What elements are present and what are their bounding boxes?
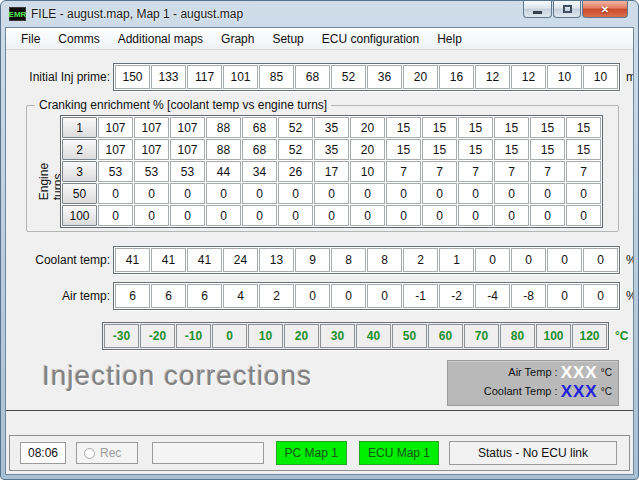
map-cell[interactable]: 15 [458, 117, 493, 138]
map-cell[interactable]: 12 [511, 65, 546, 89]
map-cell[interactable]: 0 [583, 248, 618, 272]
map-cell[interactable]: 0 [494, 205, 529, 226]
map-cell[interactable]: 133 [151, 65, 186, 89]
map-cell[interactable]: 0 [511, 248, 546, 272]
map-cell[interactable]: 53 [98, 161, 133, 182]
map-cell[interactable]: 2 [403, 248, 438, 272]
map-cell[interactable]: 9 [295, 248, 330, 272]
map-cell[interactable]: 101 [223, 65, 258, 89]
map-cell[interactable]: 88 [206, 139, 241, 160]
map-cell[interactable]: 15 [386, 117, 421, 138]
map-cell[interactable]: 85 [259, 65, 294, 89]
map-cell[interactable]: 0 [530, 183, 565, 204]
menu-item[interactable]: Help [428, 29, 471, 49]
map-cell[interactable]: 7 [494, 161, 529, 182]
map-cell[interactable]: 2 [259, 284, 294, 308]
map-cell[interactable]: 41 [187, 248, 222, 272]
close-button[interactable]: ✕ [582, 1, 628, 18]
map-cell[interactable]: 20 [350, 117, 385, 138]
row-header-2[interactable]: 2 [62, 139, 97, 160]
map-cell[interactable]: 7 [386, 161, 421, 182]
maximize-button[interactable] [553, 1, 581, 18]
map-cell[interactable]: 7 [422, 161, 457, 182]
map-cell[interactable]: 8 [367, 248, 402, 272]
map-cell[interactable]: 0 [566, 183, 601, 204]
menu-item[interactable]: Setup [263, 29, 312, 49]
map-cell[interactable]: 0 [566, 205, 601, 226]
map-cell[interactable]: 150 [115, 65, 150, 89]
map-cell[interactable]: 52 [331, 65, 366, 89]
map-cell[interactable]: 44 [206, 161, 241, 182]
map-cell[interactable]: 35 [314, 139, 349, 160]
pc-map-button[interactable]: PC Map 1 [276, 441, 347, 465]
map-cell[interactable]: 107 [134, 139, 169, 160]
map-cell[interactable]: 0 [134, 205, 169, 226]
map-cell[interactable]: 0 [458, 183, 493, 204]
map-cell[interactable]: 15 [422, 117, 457, 138]
map-cell[interactable]: 6 [115, 284, 150, 308]
map-cell[interactable]: 52 [278, 139, 313, 160]
map-cell[interactable]: 0 [242, 205, 277, 226]
map-cell[interactable]: 0 [206, 205, 241, 226]
row-header-1[interactable]: 1 [62, 117, 97, 138]
map-cell[interactable]: 6 [187, 284, 222, 308]
map-cell[interactable]: 68 [242, 117, 277, 138]
map-cell[interactable]: 0 [206, 183, 241, 204]
map-cell[interactable]: -1 [403, 284, 438, 308]
map-cell[interactable]: 13 [259, 248, 294, 272]
map-cell[interactable]: 0 [170, 183, 205, 204]
map-cell[interactable]: 10 [583, 65, 618, 89]
rec-radio-icon[interactable] [84, 448, 95, 459]
map-cell[interactable]: 0 [350, 183, 385, 204]
map-cell[interactable]: 0 [494, 183, 529, 204]
map-cell[interactable]: -4 [475, 284, 510, 308]
map-cell[interactable]: 26 [278, 161, 313, 182]
map-cell[interactable]: 0 [314, 205, 349, 226]
map-cell[interactable]: 0 [295, 284, 330, 308]
map-cell[interactable]: 34 [242, 161, 277, 182]
map-cell[interactable]: 0 [547, 248, 582, 272]
map-cell[interactable]: -8 [511, 284, 546, 308]
map-cell[interactable]: 52 [278, 117, 313, 138]
row-header-50[interactable]: 50 [62, 183, 97, 204]
map-cell[interactable]: 24 [223, 248, 258, 272]
map-cell[interactable]: 0 [367, 284, 402, 308]
map-cell[interactable]: 15 [458, 139, 493, 160]
menu-item[interactable]: Comms [49, 29, 108, 49]
map-cell[interactable]: 0 [314, 183, 349, 204]
menu-item[interactable]: Additional maps [109, 29, 212, 49]
map-cell[interactable]: 15 [386, 139, 421, 160]
map-cell[interactable]: 1 [439, 248, 474, 272]
map-cell[interactable]: 15 [494, 139, 529, 160]
map-cell[interactable]: 4 [223, 284, 258, 308]
map-cell[interactable]: 0 [547, 284, 582, 308]
map-cell[interactable]: 10 [547, 65, 582, 89]
map-cell[interactable]: 0 [278, 205, 313, 226]
map-cell[interactable]: 7 [530, 161, 565, 182]
map-cell[interactable]: 15 [494, 117, 529, 138]
map-cell[interactable]: 0 [98, 183, 133, 204]
map-cell[interactable]: 36 [367, 65, 402, 89]
map-cell[interactable]: 16 [439, 65, 474, 89]
map-cell[interactable]: 0 [530, 205, 565, 226]
map-cell[interactable]: 0 [242, 183, 277, 204]
map-cell[interactable]: 7 [458, 161, 493, 182]
map-cell[interactable]: 0 [475, 248, 510, 272]
map-cell[interactable]: 8 [331, 248, 366, 272]
row-header-100[interactable]: 100 [62, 205, 97, 226]
map-cell[interactable]: 7 [566, 161, 601, 182]
rec-toggle[interactable]: Rec [76, 442, 138, 464]
map-cell[interactable]: 15 [530, 117, 565, 138]
map-cell[interactable]: 6 [151, 284, 186, 308]
map-cell[interactable]: 0 [350, 205, 385, 226]
map-cell[interactable]: 0 [278, 183, 313, 204]
map-cell[interactable]: 68 [295, 65, 330, 89]
map-cell[interactable]: 0 [170, 205, 205, 226]
map-cell[interactable]: 15 [566, 139, 601, 160]
map-cell[interactable]: 17 [314, 161, 349, 182]
map-cell[interactable]: 107 [98, 117, 133, 138]
map-cell[interactable]: 88 [206, 117, 241, 138]
map-cell[interactable]: 0 [386, 205, 421, 226]
map-cell[interactable]: -2 [439, 284, 474, 308]
map-cell[interactable]: 107 [134, 117, 169, 138]
